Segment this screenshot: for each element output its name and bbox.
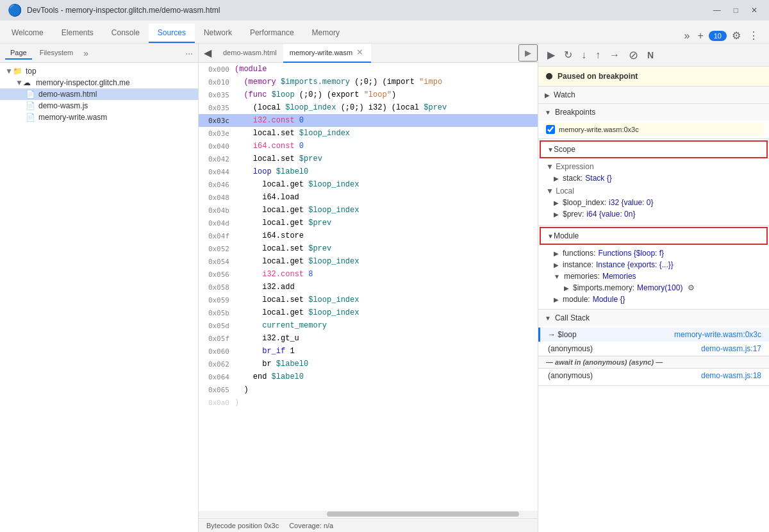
scope-item-stack: ▶ stack: Stack {}: [543, 172, 764, 184]
step-out-button[interactable]: ↑: [591, 47, 604, 63]
dont-pause-button[interactable]: N: [643, 47, 657, 63]
code-line-0x059: 0x059 local.set $loop_index: [199, 294, 538, 306]
code-line-0x0a0: 0x0a0 ): [199, 396, 538, 409]
back-button[interactable]: ◀: [199, 44, 217, 62]
code-area[interactable]: 0x000 (module 0x010 (memory $imports.mem…: [199, 63, 538, 510]
code-line-0x062: 0x062 br $label0: [199, 358, 538, 370]
add-tab-button[interactable]: +: [695, 29, 706, 43]
code-line-0x000: 0x000 (module: [199, 63, 538, 76]
callstack-item-anon2[interactable]: (anonymous) demo-wasm.js:18: [538, 369, 769, 383]
tab-welcome[interactable]: Welcome: [3, 24, 53, 43]
minimize-button[interactable]: —: [709, 4, 725, 16]
code-line-0x065: 0x065 ): [199, 383, 538, 396]
module-item-memories: ▼ memories: Memories: [543, 270, 764, 282]
file-icon-js: 📄: [26, 101, 36, 110]
bytecode-position: Bytecode position 0x3c: [206, 522, 279, 529]
file-icon-wasm: 📄: [26, 113, 36, 122]
code-tab-label: demo-wasm.html: [223, 49, 277, 56]
code-tab-demo-wasm-html[interactable]: demo-wasm.html: [217, 44, 283, 63]
step-into-button[interactable]: ↓: [577, 47, 590, 63]
code-panel: ◀ demo-wasm.html memory-write.wasm ✕ ▶ 0…: [199, 44, 538, 532]
tab-sources[interactable]: Sources: [149, 24, 195, 43]
continue-button[interactable]: →: [606, 47, 624, 63]
callstack-item-anon1[interactable]: (anonymous) demo-wasm.js:17: [538, 342, 769, 356]
tab-memory[interactable]: Memory: [303, 24, 349, 43]
panel-options[interactable]: ···: [185, 48, 193, 58]
scope-label: Scope: [554, 145, 575, 154]
breakpoints-header[interactable]: ▼ Breakpoints: [538, 104, 769, 121]
settings-button[interactable]: ⚙: [729, 28, 743, 43]
debug-toolbar: ▶ ↻ ↓ ↑ → ⊘ N: [538, 44, 769, 67]
tree-item-demo-wasm-html[interactable]: 📄 demo-wasm.html: [0, 88, 198, 100]
watch-arrow: ▶: [545, 92, 550, 99]
tree-item-demo-wasm-js[interactable]: 📄 demo-wasm.js: [0, 100, 198, 112]
instance-key: instance:: [563, 260, 593, 269]
paused-text: Paused on breakpoint: [558, 72, 638, 81]
tree-item-top[interactable]: ▼ 📁 top: [0, 65, 198, 77]
inspect-memory-button[interactable]: ⚙: [688, 283, 695, 292]
step-over-button[interactable]: ↻: [560, 46, 576, 63]
callstack-label: Call Stack: [555, 313, 590, 322]
code-line-0x040: 0x040 i64.const 0: [199, 140, 538, 153]
expand-arrow: ▼: [5, 67, 13, 76]
window-title: DevTools - memory-inspector.glitch.me/de…: [27, 6, 704, 15]
prev-key: $prev:: [563, 210, 584, 219]
tab-elements[interactable]: Elements: [53, 24, 103, 43]
code-tabs-bar: ◀ demo-wasm.html memory-write.wasm ✕ ▶: [199, 44, 538, 63]
tree-label-demo-wasm-html: demo-wasm.html: [38, 90, 97, 99]
notifications-badge[interactable]: 10: [709, 31, 727, 41]
breakpoints-label: Breakpoints: [555, 108, 595, 117]
imports-memory-val: Memory(100): [637, 283, 682, 292]
tree-label-top: top: [26, 67, 37, 76]
window-controls: — □ ✕: [709, 4, 761, 16]
module-section: ▼ Module ▶ functions: Functions {$loop: …: [538, 226, 769, 310]
callstack-item-loop[interactable]: → $loop memory-write.wasm:0x3c: [538, 328, 769, 342]
module-content: ▶ functions: Functions {$loop: f} ▶ inst…: [538, 246, 769, 309]
title-bar: 🔵 DevTools - memory-inspector.glitch.me/…: [0, 0, 769, 21]
module-header[interactable]: ▼ Module: [540, 227, 768, 245]
breakpoint-item-0: memory-write.wasm:0x3c: [543, 123, 764, 136]
status-bar: Bytecode position 0x3c Coverage: n/a: [199, 518, 538, 532]
more-tabs-button[interactable]: »: [682, 29, 693, 43]
code-line-0x046: 0x046 local.get $loop_index: [199, 178, 538, 191]
tree-item-origin[interactable]: ▼ ☁ memory-inspector.glitch.me: [0, 77, 198, 88]
more-panel-tabs[interactable]: »: [83, 48, 88, 58]
code-tab-memory-write-wasm[interactable]: memory-write.wasm ✕: [283, 44, 371, 63]
scope-group-expression: ▼ Expression ▶ stack: Stack {}: [543, 161, 764, 184]
code-line-0x044: 0x044 loop $label0: [199, 165, 538, 178]
callstack-separator: — await in (anonymous) (async) —: [538, 356, 769, 369]
tab-page[interactable]: Page: [5, 47, 32, 60]
callstack-content: → $loop memory-write.wasm:0x3c (anonymou…: [538, 326, 769, 385]
tree-label-origin: memory-inspector.glitch.me: [36, 78, 130, 87]
watch-header[interactable]: ▶ Watch: [538, 87, 769, 103]
resume-button[interactable]: ▶: [543, 46, 559, 63]
instance-val: Instance {exports: {...}}: [596, 260, 674, 269]
expand-origin-arrow: ▼: [15, 78, 23, 87]
more-menu-button[interactable]: ⋮: [746, 28, 761, 43]
stack-key: stack:: [563, 174, 583, 183]
tab-performance[interactable]: Performance: [241, 24, 303, 43]
close-button[interactable]: ✕: [747, 4, 761, 16]
code-line-0x060: 0x060 br_if 1: [199, 345, 538, 358]
module-arrow: ▼: [547, 233, 554, 240]
horizontal-scrollbar[interactable]: [199, 511, 538, 517]
code-line-0x058: 0x058 i32.add: [199, 281, 538, 294]
tab-filesystem[interactable]: Filesystem: [35, 47, 79, 60]
breakpoint-checkbox[interactable]: [546, 125, 555, 134]
more-code-tabs[interactable]: ▶: [518, 44, 538, 62]
close-tab-icon[interactable]: ✕: [355, 47, 365, 57]
tree-item-memory-write-wasm[interactable]: 📄 memory-write.wasm: [0, 112, 198, 123]
scroll-thumb[interactable]: [327, 511, 519, 517]
deactivate-button[interactable]: ⊘: [625, 46, 642, 65]
functions-val: Functions {$loop: f}: [598, 249, 664, 258]
module-key: module:: [563, 295, 590, 304]
code-tab-wasm-label: memory-write.wasm: [290, 49, 352, 56]
callstack-header[interactable]: ▼ Call Stack: [538, 310, 769, 326]
tab-console[interactable]: Console: [103, 24, 149, 43]
breakpoints-section: ▼ Breakpoints memory-write.wasm:0x3c: [538, 104, 769, 139]
maximize-button[interactable]: □: [730, 4, 742, 16]
tab-network[interactable]: Network: [195, 24, 241, 43]
scope-header[interactable]: ▼ Scope: [540, 140, 768, 158]
origin-icon: ☁: [23, 78, 33, 87]
code-line-0x052: 0x052 local.set $prev: [199, 242, 538, 255]
